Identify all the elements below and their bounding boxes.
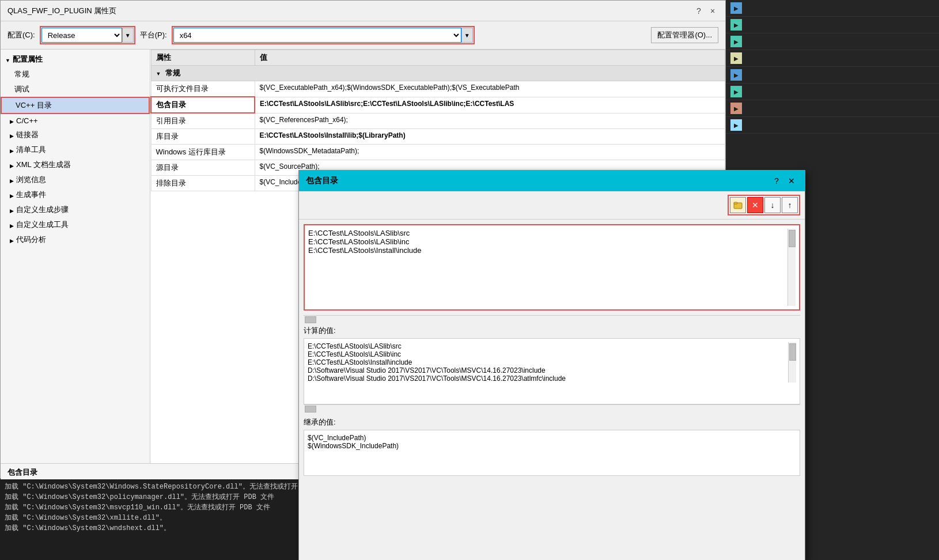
col-name-header: 属性 <box>151 50 255 66</box>
edit-scrollbar[interactable] <box>787 229 796 306</box>
svg-rect-1 <box>734 202 737 204</box>
sidebar-section-label: 配置属性 <box>13 54 43 65</box>
code-analysis-expand-arrow <box>10 236 16 244</box>
table-row[interactable]: 库目录 E:\CCTest\LAStools\Install\lib;$(Lib… <box>151 129 725 145</box>
sub-toolbar: ✕ ↓ ↑ <box>299 191 805 220</box>
computed-label: 计算的值: <box>304 326 800 336</box>
prop-value-lib: E:\CCTest\LAStools\Install\lib;$(Library… <box>255 129 725 145</box>
sidebar: 配置属性 常规 调试 VC++ 目录 C/C++ 链接器 清单工具 XML 文档… <box>1 50 150 463</box>
right-panel-item[interactable]: ▶ <box>726 100 939 117</box>
computed-scrollbar[interactable] <box>788 342 796 383</box>
computed-section: 计算的值: E:\CCTest\LAStools\LASlib\src E:\C… <box>304 326 800 413</box>
browse-label: 浏览信息 <box>16 175 46 185</box>
section-collapse-arrow <box>5 55 13 64</box>
sidebar-item-xml[interactable]: XML 文档生成器 <box>1 157 150 172</box>
computed-horiz-scroll[interactable] <box>304 404 800 413</box>
dialog-title: QLAS_FWF_IO_PLUGIN 属性页 <box>7 6 116 16</box>
help-button[interactable]: ? <box>693 5 705 17</box>
cpp-label: C/C++ <box>16 116 38 125</box>
right-panel-icon-7: ▶ <box>730 103 742 114</box>
add-folder-button[interactable] <box>730 197 746 213</box>
computed-box: E:\CCTest\LAStools\LASlib\src E:\CCTest\… <box>304 338 800 404</box>
sidebar-item-custom-tool[interactable]: 自定义生成工具 <box>1 217 150 232</box>
move-down-button[interactable]: ↓ <box>764 197 781 213</box>
right-panel-item[interactable]: ▶ <box>726 33 939 50</box>
inherited-value-2: $(WindowsSDK_IncludePath) <box>308 442 796 450</box>
section-expand-arrow <box>156 69 164 77</box>
title-bar-buttons: ? × <box>693 5 718 17</box>
prop-name-include: 包含目录 <box>151 97 255 113</box>
sidebar-item-build-events[interactable]: 生成事件 <box>1 187 150 202</box>
custom-build-step-expand-arrow <box>10 206 16 214</box>
inherited-value-1: $(VC_IncludePath) <box>308 434 796 442</box>
sub-dialog-include-dirs: 包含目录 ? ✕ ✕ ↓ ↑ E:\CCTest\LAStools\LASlib… <box>298 170 805 560</box>
sub-dialog-title: 包含目录 <box>306 176 338 186</box>
sidebar-item-general[interactable]: 常规 <box>1 67 150 82</box>
table-row[interactable]: 引用目录 $(VC_ReferencesPath_x64); <box>151 113 725 129</box>
sub-help-button[interactable]: ? <box>770 175 783 187</box>
table-row[interactable]: 包含目录 E:\CCTest\LAStools\LASlib\src;E:\CC… <box>151 97 725 113</box>
sidebar-item-vc-dirs[interactable]: VC++ 目录 <box>1 97 150 114</box>
platform-dropdown-arrow[interactable]: ▼ <box>461 28 473 43</box>
manifest-expand-arrow <box>10 146 16 154</box>
config-manager-button[interactable]: 配置管理器(O)... <box>651 27 718 43</box>
section-label-general: 常规 <box>151 66 725 81</box>
sub-title-buttons: ? ✕ <box>770 175 798 187</box>
config-dropdown-arrow[interactable]: ▼ <box>122 28 134 43</box>
close-button[interactable]: × <box>707 5 718 17</box>
right-panel-item[interactable]: ▶ <box>726 84 939 100</box>
sub-close-button[interactable]: ✕ <box>785 175 798 187</box>
platform-select[interactable]: x64 x86 <box>173 28 461 43</box>
horiz-scroll-thumb <box>305 316 316 323</box>
computed-value-1: E:\CCTest\LAStools\LASlib\src <box>308 342 796 350</box>
sidebar-item-linker[interactable]: 链接器 <box>1 127 150 142</box>
delete-button[interactable]: ✕ <box>747 197 763 213</box>
custom-build-step-label: 自定义生成步骤 <box>16 205 69 215</box>
right-panel-item[interactable]: ▶ <box>726 117 939 134</box>
custom-tool-expand-arrow <box>10 221 16 229</box>
sidebar-item-cpp[interactable]: C/C++ <box>1 114 150 127</box>
build-events-label: 生成事件 <box>16 190 46 200</box>
table-row[interactable]: 可执行文件目录 $(VC_ExecutablePath_x64);$(Windo… <box>151 81 725 97</box>
build-events-expand-arrow <box>10 191 16 199</box>
right-panel-item[interactable]: ▶ <box>726 67 939 84</box>
prop-name-ref: 引用目录 <box>151 113 255 129</box>
prop-value-executable: $(VC_ExecutablePath_x64);$(WindowsSDK_Ex… <box>255 81 725 97</box>
browse-expand-arrow <box>10 176 16 184</box>
config-label: 配置(C): <box>7 30 35 40</box>
sidebar-section-header[interactable]: 配置属性 <box>1 52 150 67</box>
right-panel-icon-4: ▶ <box>730 52 742 64</box>
toolbar-group: ✕ ↓ ↑ <box>728 195 800 215</box>
prop-value-winlib: $(WindowsSDK_MetadataPath); <box>255 145 725 160</box>
right-panel-item[interactable]: ▶ <box>726 50 939 67</box>
title-bar: QLAS_FWF_IO_PLUGIN 属性页 ? × <box>1 1 725 21</box>
inherited-section: 继承的值: $(VC_IncludePath) $(WindowsSDK_Inc… <box>304 417 800 476</box>
right-panel-icon-6: ▶ <box>730 86 742 97</box>
prop-name-lib: 库目录 <box>151 129 255 145</box>
right-panel-icon-8: ▶ <box>730 119 742 131</box>
right-panel-icon-5: ▶ <box>730 69 742 81</box>
sidebar-item-manifest[interactable]: 清单工具 <box>1 142 150 157</box>
path-edit-area[interactable]: E:\CCTest\LAStools\LASlib\src E:\CCTest\… <box>304 224 800 311</box>
sidebar-item-debug[interactable]: 调试 <box>1 82 150 97</box>
right-panel-item[interactable]: ▶ <box>726 17 939 33</box>
custom-tool-label: 自定义生成工具 <box>16 220 69 230</box>
xml-expand-arrow <box>10 161 16 169</box>
inherited-label: 继承的值: <box>304 417 800 427</box>
sidebar-item-custom-build-step[interactable]: 自定义生成步骤 <box>1 202 150 217</box>
computed-scroll-thumb <box>789 343 796 361</box>
computed-value-2: E:\CCTest\LAStools\LASlib\inc <box>308 350 796 358</box>
horiz-scrollbar[interactable] <box>304 315 800 323</box>
computed-value-4: D:\Software\Visual Studio 2017\VS2017\VC… <box>308 366 796 374</box>
config-select[interactable]: Release Debug <box>41 28 122 43</box>
sidebar-item-browse[interactable]: 浏览信息 <box>1 172 150 187</box>
inherited-box: $(VC_IncludePath) $(WindowsSDK_IncludePa… <box>304 430 800 476</box>
prop-value-include: E:\CCTest\LAStools\LASlib\src;E:\CCTest\… <box>255 97 725 113</box>
move-up-button[interactable]: ↑ <box>782 197 798 213</box>
table-row[interactable]: Windows 运行库目录 $(WindowsSDK_MetadataPath)… <box>151 145 725 160</box>
right-panel-item[interactable]: ▶ <box>726 0 939 17</box>
path-textarea[interactable]: E:\CCTest\LAStools\LASlib\src E:\CCTest\… <box>308 229 787 306</box>
sidebar-item-code-analysis[interactable]: 代码分析 <box>1 232 150 247</box>
right-panel-icon-3: ▶ <box>730 36 742 47</box>
prop-name-exclude: 排除目录 <box>151 176 255 191</box>
